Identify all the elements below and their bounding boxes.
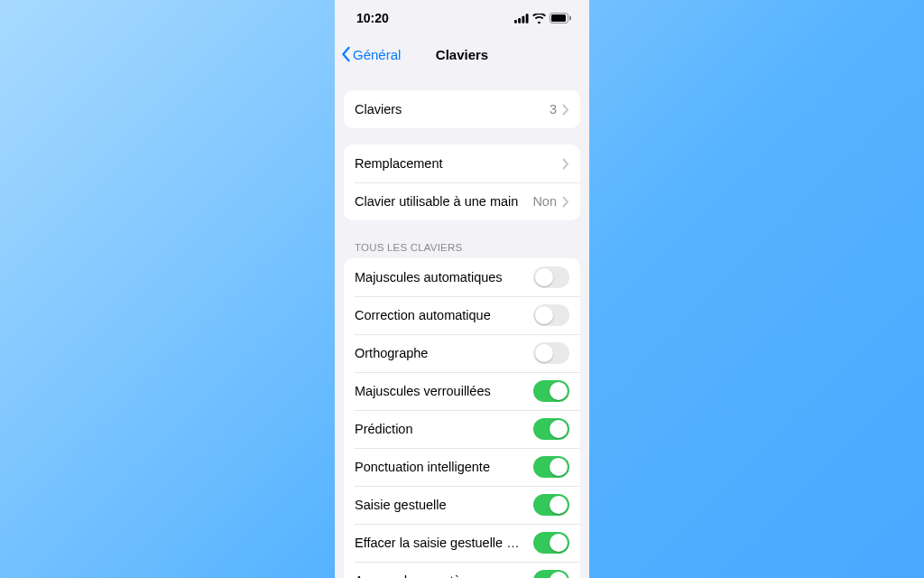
toggle-switch[interactable] xyxy=(533,266,569,288)
group-all-keyboards: Majuscules automatiquesCorrection automa… xyxy=(344,258,580,578)
toggle-label: Orthographe xyxy=(355,346,533,360)
wifi-icon xyxy=(532,14,546,23)
row-replacement[interactable]: Remplacement xyxy=(344,144,580,182)
row-label: Clavier utilisable à une main xyxy=(355,194,532,209)
toggle-knob xyxy=(550,420,568,438)
row-label: Remplacement xyxy=(355,156,562,171)
toggle-label: Ponctuation intelligente xyxy=(355,460,533,474)
toggle-switch[interactable] xyxy=(533,532,569,554)
toggle-row: Majuscules automatiques xyxy=(344,258,580,296)
toggle-knob xyxy=(550,382,568,400)
toggle-knob xyxy=(550,572,568,578)
toggle-knob xyxy=(550,534,568,552)
toggle-label: Aperçu du caractère xyxy=(355,573,533,578)
svg-rect-2 xyxy=(522,15,524,23)
toggle-label: Saisie gestuelle xyxy=(355,498,533,512)
row-label: Claviers xyxy=(355,102,550,117)
toggle-knob xyxy=(550,458,568,476)
chevron-right-icon xyxy=(562,158,569,170)
chevron-left-icon xyxy=(340,46,351,62)
toggle-knob xyxy=(535,268,553,286)
toggle-switch[interactable] xyxy=(533,570,569,578)
status-icons xyxy=(514,13,571,23)
back-label: Général xyxy=(353,47,401,62)
toggle-label: Effacer la saisie gestuelle mot... xyxy=(355,536,533,550)
settings-content: Claviers 3 Remplacement Clavier utilisab… xyxy=(335,72,589,578)
toggle-row: Correction automatique xyxy=(344,296,580,334)
row-detail: 3 xyxy=(550,102,557,117)
toggle-row: Saisie gestuelle xyxy=(344,486,580,524)
status-bar: 10:20 xyxy=(335,0,589,36)
svg-rect-6 xyxy=(569,16,571,21)
phone-frame: 10:20 Général Claviers Claviers 3 Rempla… xyxy=(335,0,589,578)
cellular-icon xyxy=(514,14,529,23)
toggle-row: Orthographe xyxy=(344,334,580,372)
toggle-knob xyxy=(535,344,553,362)
svg-rect-3 xyxy=(526,14,529,23)
toggle-label: Majuscules automatiques xyxy=(355,270,533,284)
battery-icon xyxy=(550,13,571,23)
back-button[interactable]: Général xyxy=(335,46,401,62)
toggle-switch[interactable] xyxy=(533,494,569,516)
toggle-switch[interactable] xyxy=(533,418,569,440)
row-keyboards[interactable]: Claviers 3 xyxy=(344,90,580,128)
row-one-handed[interactable]: Clavier utilisable à une main Non xyxy=(344,182,580,220)
toggle-row: Prédiction xyxy=(344,410,580,448)
status-time: 10:20 xyxy=(356,11,389,25)
toggle-row: Ponctuation intelligente xyxy=(344,448,580,486)
toggle-switch[interactable] xyxy=(533,456,569,478)
toggle-label: Prédiction xyxy=(355,422,533,436)
toggle-switch[interactable] xyxy=(533,342,569,364)
nav-bar: Général Claviers xyxy=(335,36,589,72)
group-options: Remplacement Clavier utilisable à une ma… xyxy=(344,144,580,220)
toggle-row: Aperçu du caractère xyxy=(344,562,580,578)
section-header-all-keyboards: TOUS LES CLAVIERS xyxy=(355,242,580,253)
toggle-label: Correction automatique xyxy=(355,308,533,322)
toggle-knob xyxy=(550,496,568,514)
svg-rect-1 xyxy=(518,18,521,23)
svg-rect-5 xyxy=(551,14,566,22)
svg-rect-0 xyxy=(514,19,517,23)
chevron-right-icon xyxy=(562,104,569,116)
toggle-switch[interactable] xyxy=(533,380,569,402)
toggle-knob xyxy=(535,306,553,324)
toggle-row: Majuscules verrouillées xyxy=(344,372,580,410)
row-detail: Non xyxy=(532,194,557,209)
toggle-switch[interactable] xyxy=(533,304,569,326)
toggle-label: Majuscules verrouillées xyxy=(355,384,533,398)
chevron-right-icon xyxy=(562,196,569,208)
toggle-row: Effacer la saisie gestuelle mot... xyxy=(344,524,580,562)
group-keyboards: Claviers 3 xyxy=(344,90,580,128)
